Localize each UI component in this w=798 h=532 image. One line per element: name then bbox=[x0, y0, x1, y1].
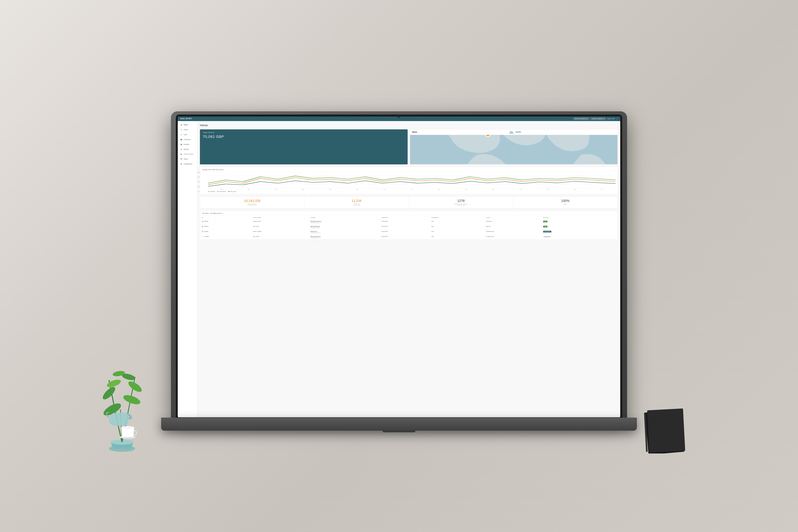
revenue-value: 70,062 GBP bbox=[203, 135, 405, 139]
order-id-cell: ✓ T-63808 bbox=[202, 236, 250, 238]
sidebar-label-orders: Orders bbox=[184, 129, 188, 131]
order-status: In progress bbox=[542, 229, 598, 234]
order-chevron[interactable]: › bbox=[598, 229, 618, 234]
kpi-orders-sub: Order average bbox=[412, 205, 511, 206]
select-market2[interactable]: SELECT MARKET ▾ bbox=[591, 117, 606, 120]
orders-panel: My orders - eivind@omnium.no ID CUSTOMER… bbox=[200, 211, 618, 240]
kpi-profit-label: Profit bbox=[516, 203, 615, 205]
table-row[interactable]: ✓ 153090 Petter Sambal bbox=[200, 229, 618, 234]
kpi-orders-label: Total number of orders bbox=[412, 203, 511, 205]
legend-label-bike: Bike og hest bbox=[230, 191, 236, 192]
laptop-body: BIKE SPORT SELECT MARKETS ▾ SELECT MARKE… bbox=[171, 111, 627, 421]
sidebar-label-products: Products bbox=[184, 144, 189, 145]
language-selector[interactable]: English, GBP bbox=[607, 118, 615, 119]
laptop-frame: BIKE SPORT SELECT MARKETS ▾ SELECT MARKE… bbox=[171, 111, 627, 421]
order-customer: David Larsen bbox=[251, 219, 309, 224]
chevron-right-icon[interactable]: › bbox=[600, 226, 601, 227]
table-header-row: ID CUSTOMER STORE CREATED PAYMENTS TOTAL… bbox=[200, 216, 618, 220]
stores-title: Stores bbox=[412, 131, 417, 133]
revenue-label: Today's Revenue bbox=[203, 132, 405, 133]
order-chevron[interactable]: › bbox=[598, 234, 618, 240]
orders-title: My orders - eivind@omnium.no bbox=[202, 212, 223, 214]
order-status: Unordered bbox=[542, 234, 598, 240]
sidebar-item-stores[interactable]: 📅 Stores bbox=[178, 157, 197, 162]
chart-expand-icon[interactable]: ↗ bbox=[614, 169, 615, 171]
kpi-cost-value: 11,234 bbox=[307, 199, 406, 203]
map-container: ⊕ ⊞ + − bbox=[410, 135, 618, 164]
order-id: ✓ 153531 bbox=[200, 219, 251, 224]
col-id: ID bbox=[200, 216, 251, 220]
table-row[interactable]: ✓ T-63808 Eric Grant bbox=[200, 234, 618, 240]
screen-bezel: BIKE SPORT SELECT MARKETS ▾ SELECT MARKE… bbox=[176, 115, 622, 419]
sidebar-item-click-collect[interactable]: 🏪 Click and Collect bbox=[178, 152, 197, 157]
col-store: STORE bbox=[309, 216, 380, 220]
map-tabs: Map Satellite bbox=[509, 131, 522, 133]
kpi-revenue: 10,163,328 Total Revenue DKK order avera… bbox=[200, 197, 304, 208]
orders-table: ID CUSTOMER STORE CREATED PAYMENTS TOTAL… bbox=[200, 216, 618, 240]
chart-area bbox=[208, 172, 615, 188]
stores-menu-icon[interactable]: ⋯ bbox=[614, 131, 615, 133]
sidebar-item-products[interactable]: 📦 Products bbox=[178, 142, 197, 147]
customers-icon: 👥 bbox=[180, 138, 182, 140]
sidebar-label-home: Home bbox=[184, 124, 188, 126]
legend-label-pumla: Pumla builder bbox=[219, 191, 226, 192]
sidebar-item-configuration[interactable]: ⚙️ Configuration bbox=[178, 162, 197, 166]
select-markets[interactable]: SELECT MARKETS ▾ bbox=[573, 117, 589, 120]
sidebar-label-carts: Carts bbox=[184, 134, 187, 135]
svg-point-18 bbox=[485, 135, 490, 136]
chevron-right-icon[interactable]: › bbox=[600, 221, 601, 223]
chevron-right-icon[interactable]: › bbox=[600, 231, 601, 232]
order-chevron[interactable]: › bbox=[598, 224, 618, 229]
configuration-icon: ⚙️ bbox=[180, 163, 182, 165]
map-tab-satellite[interactable]: Satellite bbox=[515, 131, 522, 133]
order-chevron[interactable]: › bbox=[598, 219, 618, 224]
user-icon[interactable]: 👤 bbox=[616, 118, 618, 119]
table-row[interactable]: ✓ 153531 David Larsen bbox=[200, 219, 618, 224]
y-axis-labels: 25000 20000 15000 10000 5000 bbox=[197, 172, 200, 192]
chart-legend: NetBuilder Pumla builder bbox=[208, 191, 615, 192]
map-tab-map[interactable]: Map bbox=[509, 131, 514, 133]
sidebar-collapse-button[interactable]: ‹ bbox=[178, 412, 197, 416]
check-icon: ✓ bbox=[202, 236, 203, 238]
sidebar-item-customers[interactable]: 👥 Customers bbox=[178, 137, 197, 142]
sidebar-item-home[interactable]: 🏠 Home bbox=[178, 122, 197, 127]
order-store: BikShop Ålesund eivind@omnium.no bbox=[309, 234, 380, 240]
order-created: 02.05.2019 bbox=[380, 224, 430, 229]
order-customer: Eric Grant bbox=[251, 234, 309, 240]
sidebar-item-carts[interactable]: 🛒 Carts bbox=[178, 132, 197, 137]
revenue-panel: Today's Revenue 70,062 GBP bbox=[200, 129, 407, 165]
order-payments: Vies bbox=[430, 229, 484, 234]
check-icon: ✓ bbox=[202, 226, 203, 227]
store-cell: BikShop Bergen eivind@omnium.no bbox=[310, 226, 378, 228]
x-axis-labels: 3/27 3/29 4/02 4/05 4/08 4/11 4/14 4/17 bbox=[208, 189, 615, 190]
orders-icon: 📋 bbox=[180, 129, 182, 131]
order-payments: Vies bbox=[430, 234, 484, 240]
kpi-orders: 1278 Total number of orders Order averag… bbox=[409, 197, 513, 208]
order-customer: Eric Grant bbox=[251, 224, 309, 229]
kpi-row: 10,163,328 Total Revenue DKK order avera… bbox=[200, 196, 618, 208]
coffee-cup-decoration bbox=[119, 421, 138, 440]
legend-bike: Bike og hest bbox=[228, 191, 236, 192]
order-status: new bbox=[542, 224, 598, 229]
order-total: 12500 nok bbox=[484, 219, 542, 224]
col-total: TOTAL bbox=[484, 216, 542, 220]
click-collect-icon: 🏪 bbox=[180, 153, 182, 155]
order-total: 13,800.00 nok bbox=[484, 229, 542, 234]
order-customer: Petter Sambal bbox=[251, 229, 309, 234]
sidebar-item-orders[interactable]: 📋 Orders bbox=[178, 127, 197, 132]
order-total: 500 nok bbox=[484, 224, 542, 229]
carts-icon: 🛒 bbox=[180, 133, 182, 136]
sidebar-item-reports[interactable]: 📊 Reports bbox=[178, 147, 197, 152]
table-row[interactable]: ✓ 153514 Eric Grant bbox=[200, 224, 618, 229]
page-title: Home bbox=[200, 124, 618, 127]
kpi-cost-label: Total cost bbox=[307, 203, 406, 205]
order-created: 09.04.2019 bbox=[380, 234, 430, 240]
sidebar-label-configuration: Configuration bbox=[184, 163, 192, 165]
kpi-orders-value: 1278 bbox=[412, 199, 511, 203]
content-area: Home Today's Revenue 70,062 GBP bbox=[197, 121, 620, 417]
svg-point-5 bbox=[127, 379, 144, 394]
chevron-right-icon[interactable]: › bbox=[600, 236, 601, 238]
status-badge: Unordered bbox=[543, 236, 551, 238]
dashboard: BIKE SPORT SELECT MARKETS ▾ SELECT MARKE… bbox=[178, 116, 620, 417]
order-payments: Vies bbox=[430, 219, 484, 224]
